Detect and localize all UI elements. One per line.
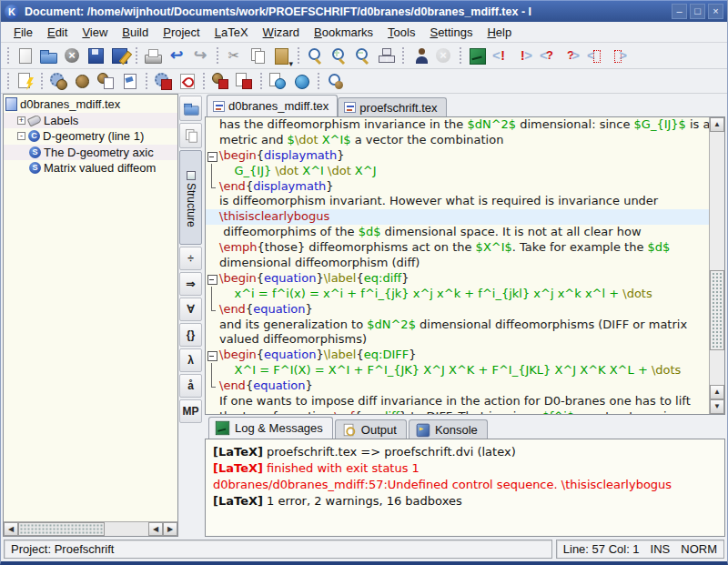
find-icon	[306, 46, 324, 65]
syntax-env: equation	[264, 271, 316, 285]
scrollbar-thumb[interactable]	[18, 522, 105, 536]
menu-bookmarks[interactable]: Bookmarks	[307, 24, 380, 41]
save-document-button[interactable]	[84, 45, 107, 66]
zoom-in-button[interactable]	[327, 45, 350, 66]
menu-settings[interactable]: Settings	[422, 24, 480, 41]
copy-button[interactable]	[246, 45, 269, 66]
text-editor[interactable]: has the diffeomorphism invariance in the…	[206, 117, 709, 414]
code-fold-marker[interactable]	[206, 348, 219, 363]
maximize-button[interactable]: □	[690, 4, 705, 19]
editor-tab-proefschrift-tex[interactable]: proefschrift.tex	[338, 97, 446, 116]
scroll-left-button-2[interactable]: ◀	[148, 522, 163, 536]
tab-greek-symbols[interactable]: λ	[179, 348, 202, 372]
tab-misc-math-symbols[interactable]: ∀	[179, 298, 202, 321]
latex-to-html-button[interactable]	[266, 70, 289, 92]
previous-warning-button[interactable]	[536, 45, 560, 66]
view-ps-button[interactable]	[117, 70, 141, 92]
tree-item[interactable]: SThe D-geometry axic	[4, 145, 177, 161]
scroll-down-button[interactable]: ▼	[710, 399, 724, 414]
tab-konsole[interactable]: Konsole	[409, 419, 488, 439]
latex-icon	[49, 72, 67, 90]
code-fold-marker[interactable]	[206, 148, 219, 164]
latex-log-icon	[468, 46, 486, 65]
tree-item[interactable]: SMatrix valued diffeom	[4, 160, 177, 177]
syntax-n: }	[326, 179, 333, 193]
menu-edit[interactable]: Edit	[40, 24, 75, 41]
tab-special-characters[interactable]: å	[179, 374, 202, 398]
code-fold-marker[interactable]	[206, 271, 219, 287]
syntax-n: {	[246, 378, 253, 392]
tab-metapost[interactable]: MP	[179, 399, 202, 423]
tab-structure[interactable]: Structure	[179, 150, 202, 245]
scroll-up-button-2[interactable]: ▲	[710, 385, 724, 399]
quickbuild-button[interactable]	[13, 70, 36, 92]
menu-file[interactable]: File	[6, 24, 40, 41]
redo-button[interactable]	[188, 45, 212, 66]
menu-wizard[interactable]: Wizard	[256, 24, 307, 41]
next-badbox-button[interactable]	[607, 45, 631, 66]
latex-log-button[interactable]	[465, 45, 489, 66]
tree-item[interactable]: +Labels	[4, 113, 177, 129]
new-document-button[interactable]	[13, 45, 36, 66]
next-warning-button[interactable]	[560, 45, 583, 66]
window-title: Document: /home/wijnhout/Documents/work/…	[25, 5, 669, 18]
watch-file-button[interactable]	[408, 45, 431, 66]
print-button[interactable]	[141, 45, 165, 66]
tree-expander[interactable]: -	[17, 132, 25, 140]
syntax-env: equation	[264, 348, 316, 361]
ps-to-pdf-button[interactable]	[232, 70, 256, 92]
scroll-up-button[interactable]: ▲	[710, 117, 724, 132]
tab-log-messages[interactable]: Log & Messages	[208, 417, 333, 439]
save-as-button[interactable]	[107, 45, 131, 66]
tab-arrow-symbols[interactable]: ⇒	[179, 272, 202, 296]
tree-item-label: Matrix valued diffeom	[44, 161, 156, 175]
tree-item[interactable]: d0branes_mdiff.tex	[4, 96, 177, 113]
tree-expander[interactable]: +	[17, 116, 25, 125]
copy-view-button[interactable]	[179, 123, 202, 148]
scrollbar-track[interactable]	[105, 522, 148, 536]
latex-button[interactable]	[46, 70, 70, 92]
dvi-to-pdf-button[interactable]	[208, 70, 232, 92]
paste-button[interactable]	[269, 45, 293, 66]
pdflatex-button[interactable]	[151, 70, 175, 92]
tree-horizontal-scrollbar[interactable]: ◀ ◀ ▶	[4, 521, 177, 536]
menu-tools[interactable]: Tools	[380, 24, 422, 41]
open-file-button[interactable]	[179, 96, 202, 121]
syntax-env: displaymath	[253, 179, 326, 193]
structure-view-button[interactable]	[374, 45, 398, 66]
view-dvi-button[interactable]	[70, 70, 94, 92]
open-document-button[interactable]	[36, 45, 60, 66]
scroll-right-button[interactable]: ▶	[163, 522, 177, 536]
dvi-to-ps-button[interactable]	[94, 70, 117, 92]
menu-project[interactable]: Project	[156, 24, 207, 41]
menu-latex[interactable]: LaTeX	[207, 24, 256, 41]
copy-icon	[248, 46, 267, 65]
menu-build[interactable]: Build	[115, 24, 156, 41]
scrollbar-thumb[interactable]	[710, 270, 724, 350]
menu-help[interactable]: Help	[480, 24, 519, 41]
tree-item[interactable]: -CD-geometry (line 1)	[4, 128, 177, 145]
stop-button[interactable]	[431, 45, 455, 66]
menu-accelerator: B	[122, 25, 130, 39]
tab-delimiter-symbols[interactable]: {}	[179, 323, 202, 347]
syntax-n: dimensional diffeomorphisms (DIFF or mat…	[416, 318, 687, 331]
forward-search-button[interactable]	[323, 70, 347, 92]
minimize-button[interactable]: –	[672, 4, 687, 19]
zoom-out-button[interactable]	[350, 45, 374, 66]
find-button[interactable]	[303, 45, 327, 66]
editor-tab-d0branes-mdiff-tex[interactable]: d0branes_mdiff.tex	[207, 95, 338, 116]
scroll-left-button[interactable]: ◀	[4, 522, 18, 536]
previous-badbox-button[interactable]	[583, 45, 607, 66]
close-button[interactable]: ×	[708, 4, 723, 19]
view-pdf-button[interactable]	[175, 70, 198, 92]
next-error-button[interactable]	[512, 45, 536, 66]
previous-error-button[interactable]	[489, 45, 512, 66]
tab-output[interactable]: Output	[335, 419, 407, 439]
cut-button[interactable]	[222, 45, 246, 66]
menu-view[interactable]: View	[75, 24, 115, 41]
editor-vertical-scrollbar[interactable]: ▲ ▲ ▼	[709, 117, 724, 414]
undo-button[interactable]	[165, 45, 188, 66]
close-document-button[interactable]	[60, 45, 84, 66]
tab-relation-symbols[interactable]: ÷	[179, 247, 202, 270]
view-html-button[interactable]	[289, 70, 313, 92]
